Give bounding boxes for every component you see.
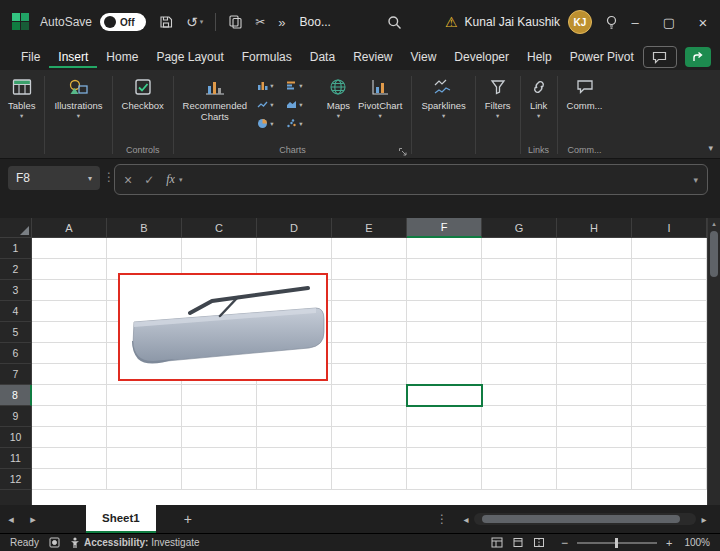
cell-A3[interactable] <box>32 280 107 301</box>
accessibility-icon[interactable] <box>70 537 80 549</box>
cell-E2[interactable] <box>332 259 407 280</box>
scroll-right-icon[interactable]: ▸ <box>696 514 712 525</box>
recommended-charts-button[interactable]: Recommended Charts <box>179 73 251 126</box>
next-sheet-icon[interactable]: ▸ <box>22 513 44 526</box>
cell-A12[interactable] <box>32 469 107 490</box>
link-button[interactable]: Link ▾ <box>526 73 552 123</box>
maximize-button[interactable]: ▢ <box>652 0 686 44</box>
cell-E1[interactable] <box>332 238 407 259</box>
cell-H7[interactable] <box>557 364 632 385</box>
cell-H4[interactable] <box>557 301 632 322</box>
column-header-F[interactable]: F <box>407 218 482 238</box>
column-header-G[interactable]: G <box>482 218 557 238</box>
zoom-slider-thumb[interactable] <box>615 538 618 548</box>
more-commands-icon[interactable]: » <box>278 16 285 29</box>
tables-button[interactable]: Tables ▾ <box>4 73 39 123</box>
column-header-D[interactable]: D <box>257 218 332 238</box>
share-button[interactable] <box>685 47 711 67</box>
name-box[interactable]: F8 ▾ <box>8 166 100 190</box>
cell-F5[interactable] <box>407 322 482 343</box>
zoom-in-button[interactable]: + <box>666 537 672 549</box>
zoom-slider[interactable] <box>577 542 657 544</box>
minimize-button[interactable]: – <box>618 0 652 44</box>
cell-B8[interactable] <box>107 385 182 406</box>
cell-G5[interactable] <box>482 322 557 343</box>
cell-I10[interactable] <box>632 427 707 448</box>
cell-H3[interactable] <box>557 280 632 301</box>
comments-button[interactable]: Comm... <box>563 73 607 114</box>
cell-B1[interactable] <box>107 238 182 259</box>
column-header-H[interactable]: H <box>557 218 632 238</box>
cell-F11[interactable] <box>407 448 482 469</box>
cell-I5[interactable] <box>632 322 707 343</box>
zoom-level[interactable]: 100% <box>684 537 710 548</box>
cell-I4[interactable] <box>632 301 707 322</box>
search-icon[interactable] <box>387 15 402 30</box>
cell-F1[interactable] <box>407 238 482 259</box>
cell-F10[interactable] <box>407 427 482 448</box>
cancel-icon[interactable]: × <box>124 172 132 188</box>
menu-tab-view[interactable]: View <box>402 47 446 68</box>
cell-I9[interactable] <box>632 406 707 427</box>
cell-F3[interactable] <box>407 280 482 301</box>
menu-tab-home[interactable]: Home <box>97 47 147 68</box>
filters-button[interactable]: Filters ▾ <box>481 73 515 123</box>
cell-G6[interactable] <box>482 343 557 364</box>
tab-bar-handle[interactable]: ⋮ <box>436 512 448 526</box>
cell-G2[interactable] <box>482 259 557 280</box>
cell-G8[interactable] <box>482 385 557 406</box>
fx-icon[interactable]: fx <box>166 172 175 187</box>
cell-H12[interactable] <box>557 469 632 490</box>
cell-I12[interactable] <box>632 469 707 490</box>
cell-H6[interactable] <box>557 343 632 364</box>
cell-D1[interactable] <box>257 238 332 259</box>
maps-button[interactable]: Maps ▾ <box>323 73 354 123</box>
cell-E10[interactable] <box>332 427 407 448</box>
cell-I8[interactable] <box>632 385 707 406</box>
cell-E9[interactable] <box>332 406 407 427</box>
formula-input[interactable]: × ✓ fx ▾ ▾ <box>114 164 708 195</box>
scatter-chart-button[interactable]: ▾ <box>280 114 309 133</box>
cell-G11[interactable] <box>482 448 557 469</box>
cell-H1[interactable] <box>557 238 632 259</box>
accessibility-status[interactable]: Accessibility: Investigate <box>84 537 200 548</box>
row-header-3[interactable]: 3 <box>0 280 32 301</box>
save-icon[interactable] <box>159 15 173 29</box>
row-header-4[interactable]: 4 <box>0 301 32 322</box>
enter-icon[interactable]: ✓ <box>144 173 154 187</box>
charts-dialog-launcher[interactable] <box>398 147 407 156</box>
page-break-view-button[interactable] <box>533 537 545 548</box>
chevron-down-icon[interactable]: ▾ <box>88 174 92 183</box>
cell-I11[interactable] <box>632 448 707 469</box>
cell-F7[interactable] <box>407 364 482 385</box>
collapse-ribbon-icon[interactable]: ▾ <box>708 143 713 153</box>
document-title[interactable]: Boo... <box>300 15 331 29</box>
column-header-I[interactable]: I <box>632 218 707 238</box>
page-layout-view-button[interactable] <box>512 537 524 548</box>
row-header-5[interactable]: 5 <box>0 322 32 343</box>
cell-A5[interactable] <box>32 322 107 343</box>
line-chart-button[interactable]: ▾ <box>251 95 280 114</box>
cell-A1[interactable] <box>32 238 107 259</box>
cell-B12[interactable] <box>107 469 182 490</box>
add-sheet-button[interactable]: + <box>184 511 192 527</box>
autosave-toggle[interactable]: Off <box>100 13 146 31</box>
cell-G1[interactable] <box>482 238 557 259</box>
waterfall-chart-button[interactable]: ▾ <box>280 76 309 95</box>
cell-A2[interactable] <box>32 259 107 280</box>
cell-E11[interactable] <box>332 448 407 469</box>
cell-A6[interactable] <box>32 343 107 364</box>
column-chart-button[interactable]: ▾ <box>251 76 280 95</box>
cell-C9[interactable] <box>182 406 257 427</box>
cell-A9[interactable] <box>32 406 107 427</box>
cell-D10[interactable] <box>257 427 332 448</box>
user-name[interactable]: Kunal Jai Kaushik <box>465 15 560 29</box>
menu-tab-data[interactable]: Data <box>301 47 344 68</box>
cell-C1[interactable] <box>182 238 257 259</box>
column-header-A[interactable]: A <box>32 218 107 238</box>
cell-A7[interactable] <box>32 364 107 385</box>
cell-H9[interactable] <box>557 406 632 427</box>
menu-tab-file[interactable]: File <box>12 47 49 68</box>
cell-F2[interactable] <box>407 259 482 280</box>
cell-G3[interactable] <box>482 280 557 301</box>
